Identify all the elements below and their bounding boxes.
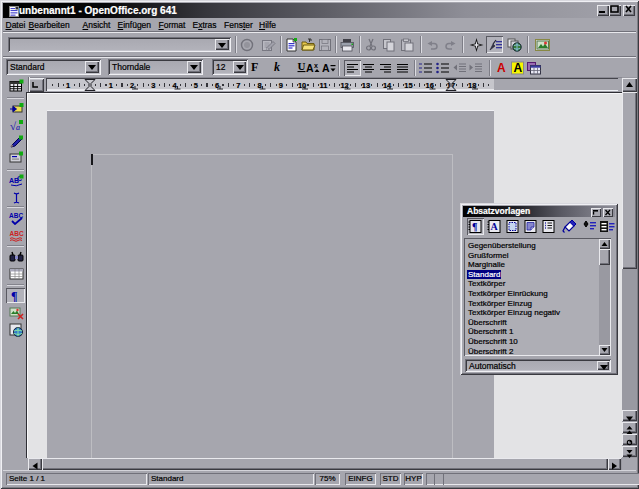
svg-text:ABC: ABC (10, 230, 24, 237)
svg-text:a: a (16, 123, 20, 132)
svg-text:x: x (314, 62, 318, 69)
svg-text:¶: ¶ (11, 289, 17, 302)
svg-text:A: A (306, 62, 314, 74)
svg-text:A: A (322, 62, 330, 74)
svg-text:k: k (274, 60, 280, 74)
svg-text:¶: ¶ (472, 221, 477, 232)
svg-text:U: U (298, 60, 306, 72)
svg-text:A: A (497, 61, 506, 75)
svg-text:A: A (514, 61, 523, 75)
svg-text:F: F (251, 60, 258, 74)
svg-text:A: A (491, 221, 499, 232)
